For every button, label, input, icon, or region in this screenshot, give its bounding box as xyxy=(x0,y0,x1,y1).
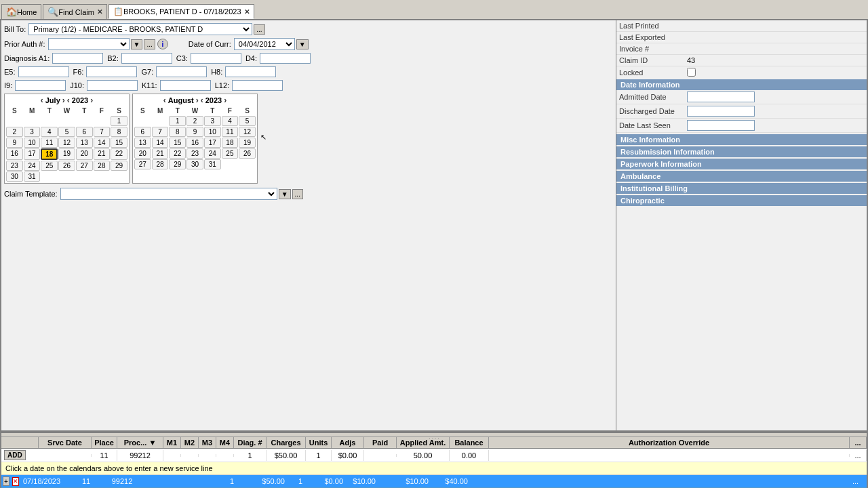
cal-day-10[interactable]: 10 xyxy=(24,138,41,148)
cal-day-7[interactable]: 7 xyxy=(152,127,169,137)
cal-day-18[interactable]: 18 xyxy=(41,148,58,160)
cal-day-24[interactable]: 24 xyxy=(24,161,41,171)
diag-b2-input[interactable] xyxy=(121,53,172,64)
aug-prev-btn[interactable]: ‹ xyxy=(163,96,166,105)
cal-day-19[interactable]: 19 xyxy=(239,138,256,148)
cal-day-21[interactable]: 21 xyxy=(94,148,111,160)
diag-i9-input[interactable] xyxy=(15,80,66,91)
diag-a1-input[interactable]: F34.1 xyxy=(52,53,103,64)
section-ambulance[interactable]: Ambulance xyxy=(616,171,867,182)
diag-c3-input[interactable] xyxy=(191,53,241,64)
diag-l12-input[interactable] xyxy=(232,80,283,91)
cal-day-22[interactable]: 22 xyxy=(169,148,186,159)
cal-day-12[interactable]: 12 xyxy=(58,138,75,148)
date-curr-dropdown[interactable]: ▼ xyxy=(296,39,309,49)
cal-day-20[interactable]: 20 xyxy=(134,148,151,159)
cal-day-23[interactable]: 23 xyxy=(6,161,23,171)
locked-checkbox[interactable] xyxy=(687,68,696,77)
cal-day-3[interactable]: 3 xyxy=(24,127,41,137)
cal-day-8[interactable]: 8 xyxy=(111,127,127,137)
col-header-m3[interactable]: M3 xyxy=(199,437,216,448)
aug-prev-year-btn[interactable]: ‹ xyxy=(201,96,203,105)
aug-next-year-btn[interactable]: › xyxy=(224,96,226,105)
cal-day-26[interactable]: 26 xyxy=(239,148,256,159)
discharged-date-input[interactable] xyxy=(687,106,755,117)
admitted-date-input[interactable] xyxy=(687,92,755,102)
tab-find-claim[interactable]: 🔍 Find Claim ✕ xyxy=(43,4,107,19)
cal-day-3[interactable]: 3 xyxy=(204,116,221,126)
cal-day-6[interactable]: 6 xyxy=(76,127,93,137)
col-header-adjs[interactable]: Adjs xyxy=(332,437,364,448)
col-header-m2[interactable]: M2 xyxy=(181,437,199,448)
cal-day-2[interactable]: 2 xyxy=(6,127,23,137)
cal-day-14[interactable]: 14 xyxy=(94,138,111,148)
col-header-units[interactable]: Units xyxy=(306,437,332,448)
diag-k11-input[interactable] xyxy=(160,80,211,91)
diag-f6-input[interactable] xyxy=(86,66,137,77)
col-header-proc[interactable]: Proc... ▼ xyxy=(117,437,163,448)
diag-d4-input[interactable] xyxy=(260,53,311,64)
col-header-srvc-date[interactable]: Srvc Date xyxy=(39,437,92,448)
cal-day-31[interactable]: 31 xyxy=(204,159,221,169)
diag-g7-input[interactable] xyxy=(156,66,207,77)
cal-day-30[interactable]: 30 xyxy=(186,159,203,169)
cal-day-1[interactable]: 1 xyxy=(169,116,186,126)
expand-icon[interactable]: + xyxy=(3,476,9,486)
template-more-btn[interactable]: ... xyxy=(292,189,303,199)
section-paperwork[interactable]: Paperwork Information xyxy=(616,159,867,169)
cal-day-17[interactable]: 17 xyxy=(204,138,221,148)
section-chiropractic[interactable]: Chiropractic xyxy=(616,195,867,206)
col-header-auth[interactable]: Authorization Override xyxy=(489,437,850,448)
row-expand-btn[interactable]: + xyxy=(1,475,11,487)
add-service-btn[interactable]: ADD xyxy=(4,450,26,460)
cal-day-23[interactable]: 23 xyxy=(186,148,203,159)
tab-patient-close[interactable]: ✕ xyxy=(244,8,250,16)
cal-day-22[interactable]: 22 xyxy=(111,148,127,160)
cal-day-16[interactable]: 16 xyxy=(186,138,203,148)
cal-day-30[interactable]: 30 xyxy=(6,171,23,182)
cal-day-15[interactable]: 15 xyxy=(169,138,186,148)
cal-day-1[interactable]: 1 xyxy=(111,116,127,126)
cal-day-5[interactable]: 5 xyxy=(239,116,256,126)
july-next-year-btn[interactable]: › xyxy=(90,96,93,105)
cal-day-15[interactable]: 15 xyxy=(111,138,127,148)
cal-day-4[interactable]: 4 xyxy=(222,116,239,126)
tab-patient[interactable]: 📋 BROOKS, PATIENT D - 07/18/2023 ✕ xyxy=(108,4,254,19)
claim-template-select[interactable] xyxy=(60,188,277,200)
cal-day-18[interactable]: 18 xyxy=(222,138,239,148)
cal-day-29[interactable]: 29 xyxy=(111,161,127,171)
cal-day-19[interactable]: 19 xyxy=(58,148,75,160)
july-prev-btn[interactable]: ‹ xyxy=(41,96,43,105)
diag-j10-input[interactable] xyxy=(87,80,138,91)
col-header-m1[interactable]: M1 xyxy=(163,437,181,448)
row-delete-btn[interactable]: ✕ xyxy=(11,476,20,487)
cal-day-14[interactable]: 14 xyxy=(152,138,169,148)
aug-next-month-btn[interactable]: › xyxy=(196,96,199,105)
cal-day-25[interactable]: 25 xyxy=(41,161,58,171)
cal-day-21[interactable]: 21 xyxy=(152,148,169,159)
cal-day-10[interactable]: 10 xyxy=(204,127,221,137)
cal-day-13[interactable]: 13 xyxy=(134,138,151,148)
cal-day-6[interactable]: 6 xyxy=(134,127,151,137)
prior-auth-select[interactable] xyxy=(48,38,130,50)
delete-icon[interactable]: ✕ xyxy=(12,477,19,486)
cal-day-27[interactable]: 27 xyxy=(76,161,93,171)
col-header-more[interactable]: ... xyxy=(850,437,867,448)
bill-to-more-btn[interactable]: ... xyxy=(254,24,264,35)
cal-day-27[interactable]: 27 xyxy=(134,159,151,169)
tab-home[interactable]: 🏠 Home xyxy=(1,4,41,19)
cal-day-17[interactable]: 17 xyxy=(24,148,41,160)
cal-day-26[interactable]: 26 xyxy=(58,161,75,171)
section-misc[interactable]: Misc Information xyxy=(616,134,867,145)
info-button[interactable]: i xyxy=(157,39,168,49)
col-header-charges[interactable]: Charges xyxy=(267,437,306,448)
cal-day-28[interactable]: 28 xyxy=(152,159,169,169)
cal-day-9[interactable]: 9 xyxy=(186,127,203,137)
cal-day-24[interactable]: 24 xyxy=(204,148,221,159)
cal-day-29[interactable]: 29 xyxy=(169,159,186,169)
col-header-diag[interactable]: Diag. # xyxy=(234,437,267,448)
cal-day-2[interactable]: 2 xyxy=(186,116,203,126)
col-header-m4[interactable]: M4 xyxy=(216,437,234,448)
cal-day-8[interactable]: 8 xyxy=(169,127,186,137)
col-header-balance[interactable]: Balance xyxy=(450,437,489,448)
